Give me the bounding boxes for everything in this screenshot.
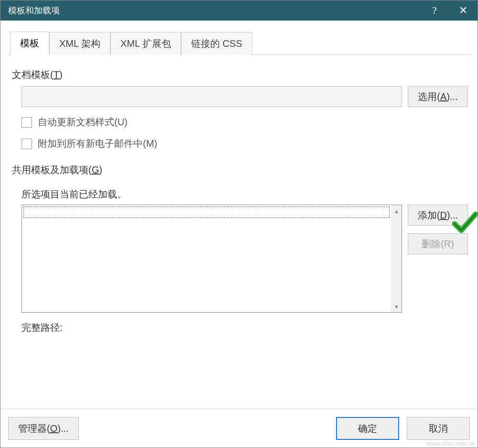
close-button[interactable]: ✕: [449, 0, 478, 21]
templates-addins-dialog: 模板和加载项 ? ✕ 模板 XML 架构 XML 扩展包 链接的 CSS 文档模…: [0, 0, 478, 448]
cancel-button[interactable]: 取消: [407, 417, 470, 440]
attach-all-emails-label: 附加到所有新电子邮件中(M): [38, 137, 157, 150]
attach-all-emails-checkbox[interactable]: [22, 139, 32, 149]
attach-select-button[interactable]: 选用(A)...: [408, 86, 468, 107]
full-path-label: 完整路径:: [22, 321, 471, 334]
watermark-text: www.cfan.com.cn: [427, 440, 475, 447]
tab-templates[interactable]: 模板: [10, 32, 49, 55]
attach-all-emails-row: 附加到所有新电子邮件中(M): [22, 137, 471, 150]
title-bar: 模板和加载项 ? ✕: [0, 0, 478, 21]
tab-xml-expansion[interactable]: XML 扩展包: [110, 32, 181, 55]
global-templates-group-label: 共用模板及加载项(G): [12, 164, 471, 176]
remove-button[interactable]: 删除(R): [408, 233, 468, 254]
dialog-title: 模板和加载项: [8, 5, 60, 16]
scroll-up-icon: ▴: [395, 207, 398, 215]
tab-xml-schema[interactable]: XML 架构: [49, 32, 110, 55]
document-template-group-label: 文档模板(T): [12, 68, 471, 81]
ok-button[interactable]: 确定: [336, 417, 399, 440]
dialog-footer: 管理器(O)... 确定 取消: [0, 409, 478, 448]
tab-linked-css[interactable]: 链接的 CSS: [181, 32, 252, 55]
add-button[interactable]: 添加(D)...: [408, 205, 468, 226]
help-button[interactable]: ?: [420, 0, 449, 21]
global-templates-listbox[interactable]: ▴ ▾: [22, 205, 402, 313]
auto-update-styles-row: 自动更新文档样式(U): [22, 116, 471, 129]
auto-update-styles-checkbox[interactable]: [22, 117, 32, 128]
dialog-content: 模板 XML 架构 XML 扩展包 链接的 CSS 文档模板(T) 选用(A).…: [0, 21, 478, 409]
document-template-input[interactable]: [22, 86, 402, 107]
scroll-down-icon: ▾: [395, 303, 398, 310]
loaded-items-status: 所选项目当前已经加载。: [22, 188, 471, 201]
listbox-scrollbar[interactable]: ▴ ▾: [391, 205, 402, 312]
list-selection-outline: [23, 207, 390, 218]
organizer-button[interactable]: 管理器(O)...: [8, 417, 79, 440]
auto-update-styles-label: 自动更新文档样式(U): [38, 116, 128, 129]
tab-strip: 模板 XML 架构 XML 扩展包 链接的 CSS: [7, 33, 471, 55]
